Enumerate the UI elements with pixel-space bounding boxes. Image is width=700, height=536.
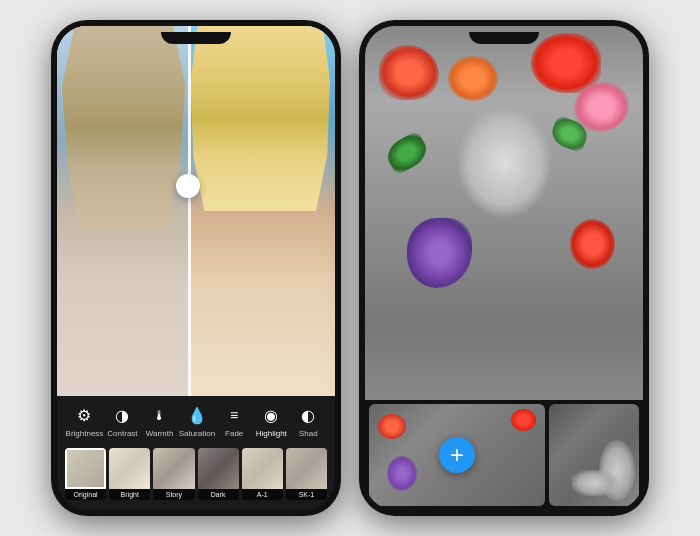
shadow-icon: ◐ (297, 404, 319, 426)
left-screen: ⚙ Brightness ◑ Contrast 🌡 Warmth 💧 Satur… (57, 26, 335, 510)
warmth-label: Warmth (146, 429, 174, 438)
split-handle[interactable] (176, 174, 200, 198)
woman-face-bw (435, 101, 574, 307)
flower-orange (448, 56, 498, 101)
filter-name-original: Original (65, 489, 106, 500)
flower-red-3 (570, 219, 615, 269)
filter-name-story: Story (153, 489, 194, 500)
tool-contrast[interactable]: ◑ Contrast (104, 404, 140, 438)
right-bottom-thumbnails: + (365, 400, 643, 510)
saturation-icon: 💧 (186, 404, 208, 426)
highlight-label: Highlight (256, 429, 287, 438)
filter-img-original (65, 448, 106, 489)
phone-left: ⚙ Brightness ◑ Contrast 🌡 Warmth 💧 Satur… (51, 20, 341, 516)
tool-shadow[interactable]: ◐ Shad (290, 404, 326, 438)
hair-color (190, 26, 330, 211)
right-screen: + (365, 26, 643, 510)
contrast-label: Contrast (107, 429, 137, 438)
fade-icon: ≡ (223, 404, 245, 426)
filter-dark[interactable]: Dark (198, 448, 239, 500)
right-notch (469, 32, 539, 44)
app-container: ⚙ Brightness ◑ Contrast 🌡 Warmth 💧 Satur… (0, 0, 700, 536)
brightness-label: Brightness (66, 429, 104, 438)
fade-label: Fade (225, 429, 243, 438)
filter-a1[interactable]: A-1 (242, 448, 283, 500)
tool-saturation[interactable]: 💧 Saturation (179, 404, 215, 438)
contrast-icon: ◑ (111, 404, 133, 426)
toolbar-icons: ⚙ Brightness ◑ Contrast 🌡 Warmth 💧 Satur… (61, 404, 331, 444)
filter-img-sk1 (286, 448, 327, 489)
left-toolbar: ⚙ Brightness ◑ Contrast 🌡 Warmth 💧 Satur… (57, 396, 335, 510)
thumb-purple (387, 456, 417, 491)
split-line[interactable] (188, 26, 191, 396)
filter-img-story (153, 448, 194, 489)
saturation-label: Saturation (179, 429, 215, 438)
smile-thumbnail (572, 470, 617, 496)
filter-bright[interactable]: Bright (109, 448, 150, 500)
left-half-bw (57, 26, 190, 396)
filter-name-sk1: SK-1 (286, 489, 327, 500)
shadow-label: Shad (299, 429, 318, 438)
thumbnail-main[interactable]: + (369, 404, 545, 506)
thumb-flower-1 (378, 414, 406, 439)
warmth-icon: 🌡 (149, 404, 171, 426)
thumbnail-side[interactable] (549, 404, 639, 506)
add-photo-button[interactable]: + (439, 437, 475, 473)
filter-img-a1 (242, 448, 283, 489)
tool-highlight[interactable]: ◉ Highlight (253, 404, 289, 438)
hair-bw (62, 26, 185, 230)
right-half-color (190, 26, 335, 396)
filter-name-a1: A-1 (242, 489, 283, 500)
tool-brightness[interactable]: ⚙ Brightness (66, 404, 104, 438)
right-main-image (365, 26, 643, 400)
filter-img-dark (198, 448, 239, 489)
tool-fade[interactable]: ≡ Fade (216, 404, 252, 438)
left-notch (161, 32, 231, 44)
tool-warmth[interactable]: 🌡 Warmth (142, 404, 178, 438)
phone-right: + (359, 20, 649, 516)
thumb-flower-2 (511, 409, 536, 431)
filter-name-dark: Dark (198, 489, 239, 500)
filter-story[interactable]: Story (153, 448, 194, 500)
filter-original[interactable]: Original (65, 448, 106, 500)
filter-img-bright (109, 448, 150, 489)
highlight-icon: ◉ (260, 404, 282, 426)
filter-name-bright: Bright (109, 489, 150, 500)
left-image-area (57, 26, 335, 396)
filter-sk1[interactable]: SK-1 (286, 448, 327, 500)
filter-row: Original Bright Story Dark (61, 444, 331, 506)
brightness-icon: ⚙ (73, 404, 95, 426)
